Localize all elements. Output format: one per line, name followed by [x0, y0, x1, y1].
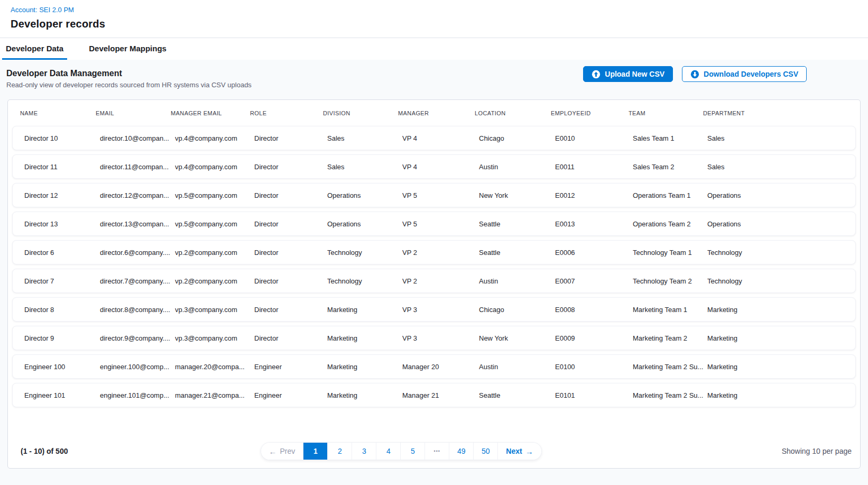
table-cell: Austin: [479, 163, 555, 171]
page-button-3[interactable]: 3: [352, 443, 376, 460]
table-cell: Sales: [707, 163, 844, 171]
table-cell: E0011: [555, 163, 633, 171]
table-cell: Director 9: [24, 334, 100, 342]
table-cell: E0008: [555, 306, 633, 314]
table-cell: Marketing: [707, 306, 844, 314]
tab-developer-mappings[interactable]: Developer Mappings: [85, 38, 170, 60]
upload-button-label: Upload New CSV: [605, 70, 664, 78]
table-cell: E0101: [555, 391, 633, 399]
arrow-right-icon: →: [525, 447, 533, 455]
table-cell: Marketing: [327, 391, 402, 399]
download-button-label: Download Developers CSV: [704, 70, 798, 78]
table-cell: director.10@compan...: [100, 134, 175, 142]
table-cell: Marketing: [707, 391, 844, 399]
developer-records-page: Account: SEI 2.0 PM Developer records De…: [0, 0, 868, 485]
table-cell: vp.4@company.com: [175, 134, 254, 142]
column-header-manager: MANAGER: [398, 110, 475, 116]
table-cell: Technology: [707, 249, 844, 257]
table-cell: VP 4: [402, 163, 479, 171]
column-header-team: TEAM: [629, 110, 703, 116]
page-button-50[interactable]: 50: [473, 443, 497, 460]
table-cell: Chicago: [479, 306, 555, 314]
table-cell: Director 7: [24, 277, 100, 285]
table-cell: Director 6: [24, 249, 100, 257]
page-button-2[interactable]: 2: [327, 443, 352, 460]
page-button-49[interactable]: 49: [449, 443, 473, 460]
table-cell: Sales: [327, 134, 402, 142]
page-header: Account: SEI 2.0 PM Developer records: [0, 0, 868, 38]
table-cell: Sales: [327, 163, 402, 171]
page-button-4[interactable]: 4: [376, 443, 400, 460]
table-cell: Operations Team 2: [633, 220, 707, 228]
table-cell: Operations Team 1: [633, 191, 707, 199]
prev-label: Prev: [280, 447, 296, 455]
column-header-employeeid: EMPLOYEEID: [551, 110, 629, 116]
table-cell: vp.2@company.com: [175, 249, 254, 257]
table-cell: Director: [254, 249, 327, 257]
table-cell: Seattle: [479, 391, 555, 399]
pager: ← Prev 12345•••4950 Next →: [261, 442, 542, 460]
main-content: Developer Data Management Read-only view…: [0, 60, 868, 485]
table-cell: VP 5: [402, 220, 479, 228]
table-cell: vp.2@company.com: [175, 277, 254, 285]
table-cell: Technology: [327, 277, 402, 285]
next-label: Next: [506, 447, 522, 455]
table-cell: director.11@compan...: [100, 163, 175, 171]
download-developers-csv-button[interactable]: Download Developers CSV: [682, 66, 807, 82]
table-cell: Operations: [707, 220, 844, 228]
table-cell: Marketing: [707, 334, 844, 342]
table-cell: Director: [254, 220, 327, 228]
table-cell: Sales Team 2: [633, 163, 707, 171]
table-cell: VP 2: [402, 277, 479, 285]
per-page-label: Showing 10 per page: [782, 447, 852, 455]
table-row: Director 6director.6@company....vp.2@com…: [12, 240, 856, 264]
table-cell: E0010: [555, 134, 633, 142]
column-header-name: NAME: [20, 110, 96, 116]
table-cell: New York: [479, 334, 555, 342]
table-cell: Marketing: [327, 306, 402, 314]
table-row: Director 7director.7@company....vp.2@com…: [12, 269, 856, 293]
table-cell: Marketing: [327, 334, 402, 342]
table-cell: Engineer 101: [24, 391, 100, 399]
table-cell: Director: [254, 334, 327, 342]
table-cell: Austin: [479, 363, 555, 371]
table-cell: VP 3: [402, 334, 479, 342]
table-cell: Sales: [707, 134, 844, 142]
account-breadcrumb-link[interactable]: Account: SEI 2.0 PM: [11, 6, 74, 14]
table-cell: vp.3@company.com: [175, 306, 254, 314]
table-row: Director 8director.8@company....vp.3@com…: [12, 297, 856, 322]
table-cell: Operations: [327, 220, 402, 228]
table-cell: Marketing Team 2 Su...: [633, 391, 707, 399]
column-header-email: EMAIL: [96, 110, 171, 116]
table-row: Director 11director.11@compan...vp.4@com…: [12, 154, 856, 179]
table-cell: Marketing Team 2 Su...: [633, 363, 707, 371]
page-button-5[interactable]: 5: [400, 443, 424, 460]
section-subtitle: Read-only view of developer records sour…: [6, 81, 862, 89]
table-row: Director 10director.10@compan...vp.4@com…: [12, 126, 856, 150]
page-button-1[interactable]: 1: [303, 443, 327, 460]
table-cell: director.7@company....: [100, 277, 175, 285]
column-header-location: LOCATION: [475, 110, 551, 116]
table-cell: Director 13: [24, 220, 100, 228]
table-row: Engineer 100engineer.100@comp...manager.…: [12, 354, 856, 379]
table-cell: engineer.101@comp...: [100, 391, 175, 399]
table-cell: E0007: [555, 277, 633, 285]
table-cell: Technology Team 2: [633, 277, 707, 285]
table-cell: Technology: [707, 277, 844, 285]
table-cell: Director: [254, 306, 327, 314]
table-cell: vp.5@company.com: [175, 191, 254, 199]
table-cell: VP 4: [402, 134, 479, 142]
upload-new-csv-button[interactable]: Upload New CSV: [583, 66, 673, 82]
table-cell: VP 5: [402, 191, 479, 199]
table-cell: Director: [254, 134, 327, 142]
table-cell: Operations: [707, 191, 844, 199]
table-cell: E0100: [555, 363, 633, 371]
tab-developer-data[interactable]: Developer Data: [2, 38, 67, 60]
table-row: Engineer 101engineer.101@comp...manager.…: [12, 383, 856, 407]
table-cell: Technology Team 1: [633, 249, 707, 257]
next-page-button[interactable]: Next →: [497, 443, 541, 460]
table-cell: Seattle: [479, 249, 555, 257]
table-cell: E0009: [555, 334, 633, 342]
table-cell: Engineer: [254, 391, 327, 399]
prev-page-button[interactable]: ← Prev: [261, 443, 303, 460]
